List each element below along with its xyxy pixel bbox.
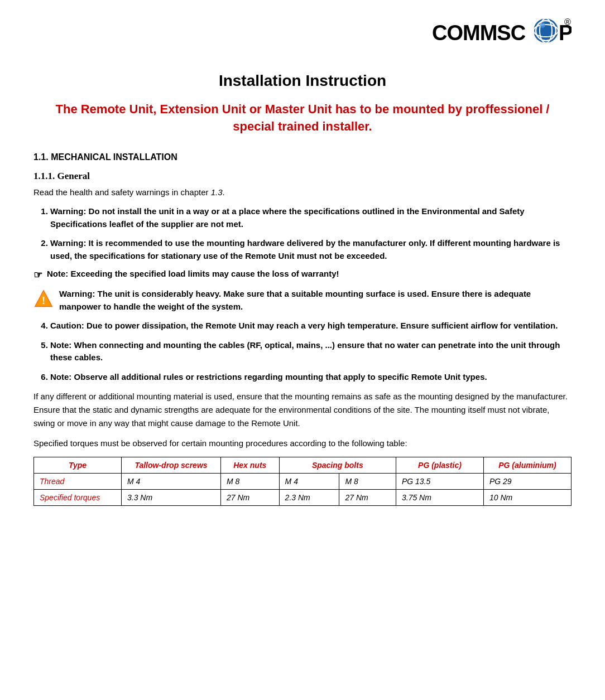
section-1-1-1-heading: 1.1.1. General [33, 171, 572, 182]
warnings-list-3: Caution: Due to power dissipation, the R… [50, 320, 572, 332]
cell-thread-type: Thread [34, 474, 122, 490]
paragraph-1: If any different or additional mounting … [33, 390, 572, 430]
cell-thread-pg-plastic: PG 13.5 [396, 474, 483, 490]
table-header-spacing: Spacing bolts [279, 457, 396, 474]
cell-thread-pg-aluminium: PG 29 [483, 474, 571, 490]
warning-text-3: Warning: The unit is considerably heavy.… [59, 288, 572, 313]
table-row-thread: Thread M 4 M 8 M 4 M 8 PG 13.5 PG 29 [34, 474, 572, 490]
warning-triangle-icon: ! [33, 289, 54, 309]
svg-text:®: ® [564, 17, 571, 27]
commscope-logo: COMMSC PE ® [426, 17, 572, 47]
warning-item-3: ! Warning: The unit is considerably heav… [33, 288, 572, 313]
svg-text:COMMSC: COMMSC [432, 21, 526, 45]
warnings-list: Warning: Do not install the unit in a wa… [50, 205, 572, 230]
cell-torques-pg-plastic: 3.75 Nm [396, 490, 483, 506]
paragraph-2: Specified torques must be observed for c… [33, 437, 572, 450]
table-row-torques: Specified torques 3.3 Nm 27 Nm 2.3 Nm 27… [34, 490, 572, 506]
main-title: Installation Instruction [33, 72, 572, 90]
torque-table: Type Tallow-drop screws Hex nuts Spacing… [33, 457, 572, 506]
list-item-2: Warning: It is recommended to use the mo… [50, 237, 572, 262]
cell-torques-type: Specified torques [34, 490, 122, 506]
cell-thread-spacing2: M 8 [339, 474, 396, 490]
svg-point-6 [540, 22, 545, 28]
note-phone-icon: ☞ [33, 269, 42, 281]
table-header-pg-aluminium: PG (aluminium) [483, 457, 571, 474]
cell-torques-hex: 27 Nm [220, 490, 279, 506]
table-header-hex: Hex nuts [220, 457, 279, 474]
cell-thread-spacing1: M 4 [279, 474, 339, 490]
warnings-list-2: Warning: It is recommended to use the mo… [50, 237, 572, 262]
warnings-list-4: Note: When connecting and mounting the c… [50, 339, 572, 364]
svg-text:!: ! [42, 295, 45, 306]
cell-thread-tallow: M 4 [122, 474, 221, 490]
warnings-list-5: Note: Observe all additional rules or re… [50, 371, 572, 384]
list-item-5: Note: When connecting and mounting the c… [50, 339, 572, 364]
table-header-pg-plastic: PG (plastic) [396, 457, 483, 474]
warning-title: The Remote Unit, Extension Unit or Maste… [33, 101, 572, 136]
cell-thread-hex: M 8 [220, 474, 279, 490]
cell-torques-spacing2: 27 Nm [339, 490, 396, 506]
list-item-1: Warning: Do not install the unit in a wa… [50, 205, 572, 230]
table-header-type: Type [34, 457, 122, 474]
section-1-1-heading: 1.1. MECHANICAL INSTALLATION [33, 152, 572, 162]
cell-torques-pg-aluminium: 10 Nm [483, 490, 571, 506]
intro-text: Read the health and safety warnings in c… [33, 186, 572, 199]
list-item-4: Caution: Due to power dissipation, the R… [50, 320, 572, 332]
cell-torques-spacing1: 2.3 Nm [279, 490, 339, 506]
note-line: ☞ Note: Exceeding the specified load lim… [33, 269, 572, 281]
list-item-6: Note: Observe all additional rules or re… [50, 371, 572, 384]
table-header-tallow: Tallow-drop screws [122, 457, 221, 474]
cell-torques-tallow: 3.3 Nm [122, 490, 221, 506]
svg-point-1 [534, 18, 558, 43]
header-logo-area: COMMSC PE ® [33, 11, 572, 61]
